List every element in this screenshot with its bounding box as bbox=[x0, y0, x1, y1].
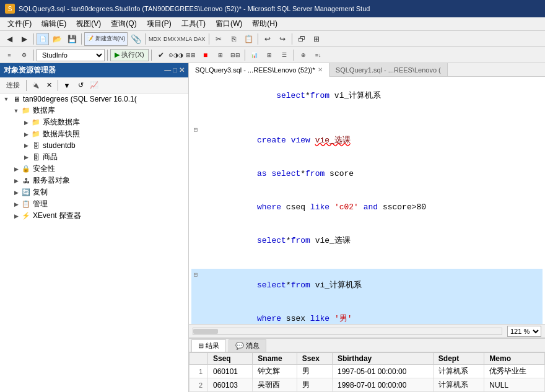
snapshot-icon: 📁 bbox=[31, 129, 41, 139]
disconnect-button[interactable]: ✕ bbox=[43, 79, 55, 92]
cut-button[interactable]: ✂ bbox=[212, 32, 225, 46]
menu-window[interactable]: 窗口(W) bbox=[211, 17, 247, 30]
expand-icon-server-objects[interactable]: ▶ bbox=[11, 176, 21, 186]
copy-button[interactable]: ⎘ bbox=[227, 32, 240, 46]
expand-icon-security[interactable]: ▶ bbox=[11, 164, 21, 174]
connect-button[interactable]: 🔌 bbox=[29, 79, 41, 92]
paste-button[interactable]: 📋 bbox=[242, 32, 255, 46]
sql-line-4: as select*from score bbox=[191, 157, 543, 191]
mdx-button[interactable]: MDX bbox=[148, 32, 162, 46]
plan-button[interactable]: ⊞ bbox=[214, 48, 227, 62]
results-button[interactable]: ⊞ bbox=[263, 48, 276, 62]
separator-4 bbox=[209, 33, 209, 45]
sql-content-5: where cseq like 'c02' and sscore>80 bbox=[209, 191, 543, 224]
panel-header-icons: — □ ✕ bbox=[164, 66, 185, 74]
app-icon: S bbox=[5, 4, 15, 14]
expand-icon-studentdb[interactable]: ▶ bbox=[21, 141, 31, 150]
forward-button[interactable]: ▶ bbox=[17, 32, 31, 46]
database-selector[interactable]: StudInfo bbox=[37, 49, 105, 61]
expand-icon-databases[interactable]: ▼ bbox=[11, 106, 21, 116]
expand-icon-management[interactable]: ▶ bbox=[11, 199, 21, 209]
new-query-icon[interactable]: 📄 bbox=[37, 33, 49, 45]
tree-item-databases[interactable]: ▼ 📁 数据库 bbox=[0, 105, 188, 116]
dmx-button[interactable]: DMX bbox=[163, 32, 177, 46]
menu-edit[interactable]: 编辑(E) bbox=[37, 17, 71, 30]
stop-button[interactable]: ■ bbox=[199, 48, 212, 62]
expand-icon-sysdb[interactable]: ▶ bbox=[21, 118, 31, 128]
tab-sqlquery1[interactable]: SQLQuery1.sql - ...REES\Lenovo ( bbox=[329, 63, 448, 76]
sql-editor[interactable]: select*from vi_计算机系 ⊟ create view vie_选课 bbox=[189, 77, 545, 324]
sql-line-5: where cseq like 'c02' and sscore>80 bbox=[191, 191, 543, 224]
separator-8 bbox=[107, 50, 108, 61]
indent-button[interactable]: ≡ bbox=[2, 48, 16, 62]
tree-item-studentdb[interactable]: ▶ 🗄 studentdb bbox=[0, 140, 188, 151]
check-button[interactable]: ✔ bbox=[154, 48, 168, 62]
dax-button[interactable]: DAX bbox=[193, 32, 206, 46]
zoom-fit-button[interactable]: ⊕ bbox=[297, 48, 310, 62]
results-table-wrap: Sseq Sname Ssex Sbirthday Sdept Memo 1 0… bbox=[189, 352, 545, 392]
actual-plan-button[interactable]: ⊟⊟ bbox=[229, 48, 242, 62]
table-row[interactable]: 2 060103 吴朝西 男 1998-07-01 00:00:00 计算机系 … bbox=[190, 378, 545, 392]
separator-7 bbox=[33, 50, 34, 61]
grid-button[interactable]: ⊞⊞ bbox=[184, 48, 198, 62]
results-tab-msg-label: 消息 bbox=[246, 341, 259, 351]
scrollbar-h[interactable] bbox=[193, 328, 502, 335]
tab-sqlquery3[interactable]: SQLQuery3.sql - ...REES\Lenovo (52))* ✕ bbox=[189, 63, 329, 77]
expand-icon-server[interactable]: ▼ bbox=[1, 94, 11, 104]
tree-item-snapshot[interactable]: ▶ 📁 数据库快照 bbox=[0, 128, 188, 140]
filter-button[interactable]: ▼ bbox=[61, 79, 73, 92]
expand-icon-xevent[interactable]: ▶ bbox=[11, 211, 21, 221]
expand-icon-snapshot[interactable]: ▶ bbox=[21, 129, 31, 139]
menu-query[interactable]: 查询(Q) bbox=[106, 17, 141, 30]
col-sname: Sname bbox=[253, 353, 297, 365]
separator-6 bbox=[292, 33, 292, 45]
goods-icon: 🗄 bbox=[31, 152, 41, 162]
redo-button[interactable]: ↪ bbox=[276, 32, 289, 46]
window-button[interactable]: 🗗 bbox=[295, 32, 308, 46]
client-stats-button[interactable]: 📊 bbox=[248, 48, 261, 62]
xml-button[interactable]: XMLA bbox=[178, 32, 191, 46]
menu-tools[interactable]: 工具(T) bbox=[177, 17, 211, 30]
tab3-close[interactable]: ✕ bbox=[318, 66, 323, 73]
databases-label: 数据库 bbox=[33, 105, 55, 116]
scrollbar-thumb[interactable] bbox=[193, 329, 218, 334]
save-button[interactable]: 💾 bbox=[65, 32, 79, 46]
pin-icon[interactable]: — □ ✕ bbox=[164, 66, 185, 74]
tree-item-security[interactable]: ▶ 🔒 安全性 bbox=[0, 163, 188, 175]
expand-icon-goods[interactable]: ▶ bbox=[21, 152, 31, 162]
debug-button[interactable]: ⚙ bbox=[17, 48, 31, 62]
refresh-button[interactable]: ↺ bbox=[74, 79, 87, 92]
menu-project[interactable]: 项目(P) bbox=[142, 17, 177, 30]
tree-item-xevent[interactable]: ▶ ⚡ XEvent 探查器 bbox=[0, 210, 188, 222]
zoom-selector[interactable]: 121 % bbox=[507, 326, 541, 337]
security-label: 安全性 bbox=[33, 163, 55, 174]
new-query-button[interactable]: 📝 新建查询(N) bbox=[84, 32, 128, 46]
expand-icon-replication[interactable]: ▶ bbox=[11, 188, 21, 198]
status-bar: 121 % bbox=[189, 324, 545, 338]
panel-header: 对象资源管理器 — □ ✕ bbox=[0, 63, 188, 77]
menu-file[interactable]: 文件(F) bbox=[2, 17, 37, 30]
results-tab-messages[interactable]: 💬 消息 bbox=[229, 339, 266, 352]
undo-button[interactable]: ↩ bbox=[261, 32, 274, 46]
comment-button[interactable]: ≡↓ bbox=[312, 48, 325, 62]
tree-item-goods[interactable]: ▶ 🗄 商品 bbox=[0, 151, 188, 163]
report-button[interactable]: 📈 bbox=[88, 79, 100, 92]
tree-item-server[interactable]: ▼ 🖥 tan90degrees (SQL Server 16.0.1( bbox=[0, 94, 188, 105]
results2-button[interactable]: ☰ bbox=[277, 48, 291, 62]
parse-button[interactable]: ⊙◑◑ bbox=[169, 48, 183, 62]
back-button[interactable]: ◀ bbox=[2, 32, 16, 46]
tree-item-sysdb[interactable]: ▶ 📁 系统数据库 bbox=[0, 116, 188, 128]
tree-item-management[interactable]: ▶ 📋 管理 bbox=[0, 198, 188, 210]
execute-button[interactable]: ▶ 执行(X) bbox=[110, 49, 149, 61]
table-row[interactable]: 1 060101 钟文辉 男 1997-05-01 00:00:00 计算机系 … bbox=[190, 365, 545, 378]
menu-view[interactable]: 视图(V) bbox=[71, 17, 106, 30]
open-button[interactable]: 📂 bbox=[50, 32, 64, 46]
tab1-label: SQLQuery1.sql - ...REES\Lenovo ( bbox=[336, 66, 441, 74]
tree-item-server-objects[interactable]: ▶ 🖧 服务器对象 bbox=[0, 175, 188, 186]
tree-item-replication[interactable]: ▶ 🔄 复制 bbox=[0, 186, 188, 198]
gutter-6 bbox=[191, 224, 200, 225]
attach-button[interactable]: 📎 bbox=[129, 32, 142, 46]
maximize-button[interactable]: ⊞ bbox=[310, 32, 323, 46]
menu-help[interactable]: 帮助(H) bbox=[247, 17, 282, 30]
results-tab-grid[interactable]: ⊞ 结果 bbox=[191, 339, 226, 352]
